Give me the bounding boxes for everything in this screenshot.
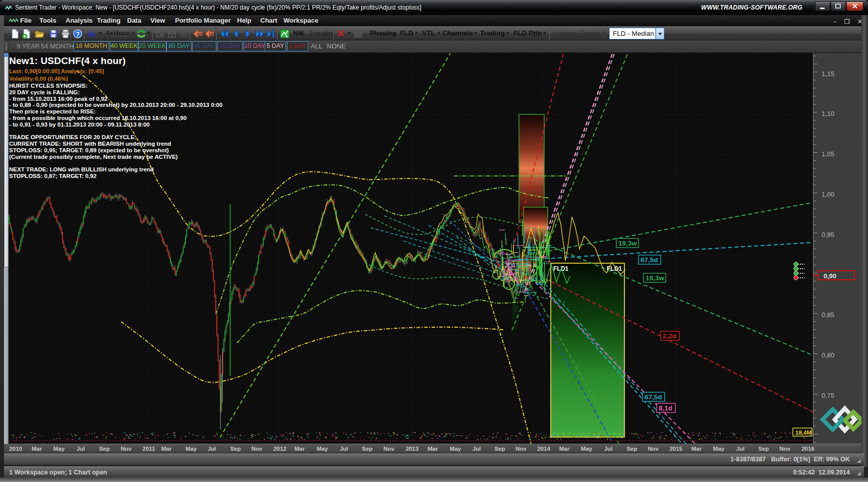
svg-text:19,3w: 19,3w xyxy=(618,239,637,247)
svg-text:50: 50 xyxy=(197,32,202,37)
svg-text:18,4M: 18,4M xyxy=(795,430,812,436)
svg-text:67,5d: 67,5d xyxy=(645,393,662,401)
svg-text:10: 10 xyxy=(209,32,214,37)
svg-text:67,5d: 67,5d xyxy=(641,256,658,264)
svg-text:2,2d: 2,2d xyxy=(663,332,676,340)
svg-text:19,3w: 19,3w xyxy=(646,274,664,282)
svg-text:?: ? xyxy=(76,31,80,38)
svg-text:8,1d: 8,1d xyxy=(659,404,672,412)
